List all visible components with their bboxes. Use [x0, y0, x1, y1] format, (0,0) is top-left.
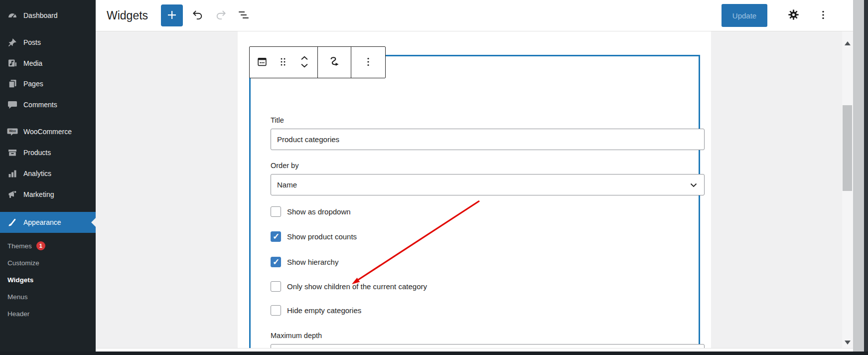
option-label: Hide empty categories — [287, 306, 361, 315]
svg-text:Woo: Woo — [9, 129, 16, 133]
option-label: Only show children of the current catego… — [287, 282, 427, 291]
sidebar-item-label: Appearance — [23, 218, 61, 226]
bar-chart-icon — [7, 168, 18, 179]
sidebar-item-label: Marketing — [23, 190, 54, 198]
undo-icon — [191, 8, 204, 23]
editor-topbar: Widgets Update — [96, 0, 853, 31]
add-block-button[interactable] — [161, 4, 183, 26]
sidebar-item-posts[interactable]: Posts — [0, 32, 96, 53]
sidebar-item-comments[interactable]: Comments — [0, 94, 96, 115]
option-label: Show as dropdown — [287, 207, 351, 216]
window-right-border — [864, 0, 868, 355]
widget-area-canvas: Title Order by Name Show as dropdown Sho… — [238, 31, 711, 348]
settings-button[interactable] — [782, 4, 804, 26]
sidebar-item-products[interactable]: Products — [0, 142, 96, 163]
option-only-show-children[interactable]: Only show children of the current catego… — [271, 281, 427, 292]
sidebar-item-appearance[interactable]: Appearance — [0, 212, 96, 233]
wordpress-widgets-editor: Dashboard Posts Media Pages Comments — [0, 0, 868, 355]
option-show-as-dropdown[interactable]: Show as dropdown — [271, 206, 351, 217]
sidebar-item-label: Posts — [23, 38, 41, 46]
option-hide-empty-categories[interactable]: Hide empty categories — [271, 305, 361, 316]
plus-icon — [166, 9, 178, 22]
sidebar-item-pages[interactable]: Pages — [0, 73, 96, 94]
sidebar-subitem-widgets[interactable]: Widgets — [0, 272, 96, 288]
checkbox — [271, 231, 281, 242]
subitem-label: Widgets — [7, 276, 33, 284]
option-show-hierarchy[interactable]: Show hierarchy — [271, 257, 338, 267]
kebab-menu-icon — [817, 9, 829, 22]
redo-icon — [214, 8, 227, 23]
checkbox — [271, 257, 281, 267]
sidebar-item-label: Pages — [23, 80, 43, 88]
sidebar-item-media[interactable]: Media — [0, 53, 96, 74]
themes-update-badge: 1 — [36, 241, 45, 250]
subitem-label: Menus — [7, 293, 28, 301]
pages-icon — [7, 78, 18, 89]
sidebar-item-analytics[interactable]: Analytics — [0, 163, 96, 184]
paintbrush-icon — [7, 217, 18, 228]
move-to-widget-area-button[interactable] — [318, 47, 351, 78]
option-label: Show hierarchy — [287, 258, 338, 266]
comment-bubble-icon — [7, 99, 18, 110]
option-show-product-counts[interactable]: Show product counts — [271, 231, 357, 242]
subitem-label: Customize — [7, 259, 39, 267]
title-field-label: Title — [271, 116, 284, 124]
current-menu-arrow-icon — [91, 218, 96, 227]
checkbox — [271, 281, 281, 292]
update-button[interactable]: Update — [722, 4, 767, 27]
checkbox — [271, 305, 281, 316]
widget-calendar-icon — [256, 55, 269, 70]
sidebar-item-marketing[interactable]: Marketing — [0, 184, 96, 205]
sidebar-item-label: Comments — [23, 101, 57, 109]
pushpin-icon — [7, 37, 18, 48]
kebab-menu-icon — [362, 56, 374, 69]
editor-scrollbar-thumb[interactable] — [843, 105, 852, 191]
window-bottom-border — [0, 352, 868, 355]
undo-button[interactable] — [187, 4, 209, 26]
move-to-widget-area-icon — [327, 55, 341, 70]
checkbox — [271, 206, 281, 217]
scroll-down-arrow-icon[interactable] — [845, 341, 851, 345]
order-by-label: Order by — [271, 162, 298, 170]
scroll-up-arrow-icon[interactable] — [845, 41, 851, 45]
block-type-button[interactable] — [250, 47, 275, 78]
sidebar-item-dashboard[interactable]: Dashboard — [0, 5, 96, 26]
editor-bottom-strip — [96, 348, 853, 352]
browser-scrollbar[interactable] — [853, 0, 864, 355]
gear-icon — [787, 8, 800, 23]
order-by-selected-value: Name — [277, 180, 297, 189]
max-depth-input[interactable] — [271, 344, 705, 348]
admin-sidebar: Dashboard Posts Media Pages Comments — [0, 0, 96, 352]
megaphone-icon — [7, 189, 18, 200]
option-label: Show product counts — [287, 232, 357, 241]
sidebar-item-label: WooCommerce — [23, 128, 72, 136]
title-input[interactable] — [271, 129, 705, 150]
chevron-down-icon — [690, 181, 698, 188]
max-depth-label: Maximum depth — [271, 332, 322, 340]
sidebar-subitem-themes[interactable]: Themes 1 — [0, 238, 96, 254]
sidebar-subitem-menus[interactable]: Menus — [0, 289, 96, 305]
drag-dots-icon — [278, 56, 288, 69]
sidebar-item-label: Products — [23, 149, 51, 157]
move-up-down-icon — [298, 54, 311, 71]
block-mover[interactable] — [291, 47, 317, 78]
redo-button[interactable] — [210, 4, 232, 26]
page-title: Widgets — [107, 9, 148, 22]
list-view-button[interactable] — [233, 4, 255, 26]
block-toolbar — [249, 46, 386, 78]
order-by-select[interactable]: Name — [271, 174, 705, 195]
block-options-button[interactable] — [351, 47, 385, 78]
sidebar-item-label: Analytics — [23, 170, 51, 178]
sidebar-item-label: Media — [23, 59, 42, 67]
sidebar-subitem-header[interactable]: Header — [0, 306, 96, 322]
drag-handle[interactable] — [275, 47, 291, 78]
woocommerce-icon: Woo — [7, 126, 18, 137]
sidebar-item-woocommerce[interactable]: Woo WooCommerce — [0, 121, 96, 142]
options-menu-button[interactable] — [812, 4, 834, 26]
list-view-icon — [237, 8, 250, 23]
sidebar-subitem-customize[interactable]: Customize — [0, 255, 96, 271]
subitem-label: Header — [7, 310, 29, 318]
sidebar-item-label: Dashboard — [23, 11, 58, 19]
subitem-label: Themes — [7, 242, 32, 250]
selected-widget-block[interactable]: Title Order by Name Show as dropdown Sho… — [249, 55, 700, 348]
